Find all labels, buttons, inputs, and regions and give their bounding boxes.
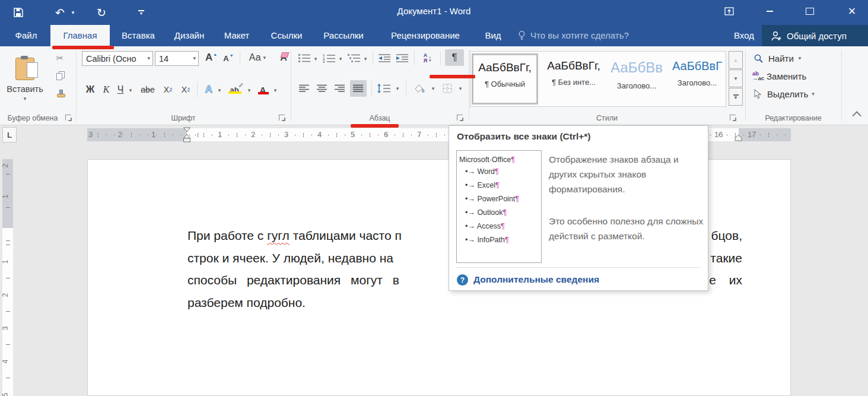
- ribbon-display-options-button[interactable]: [716, 2, 742, 20]
- highlight-dropdown[interactable]: ▾: [246, 85, 253, 95]
- collapse-ribbon-button[interactable]: [851, 108, 864, 121]
- clear-formatting-button[interactable]: А: [275, 50, 292, 65]
- align-left-button[interactable]: [297, 81, 312, 96]
- share-button[interactable]: Общий доступ: [762, 25, 868, 46]
- underline-button[interactable]: Ч: [114, 82, 127, 97]
- numbered-list-button[interactable]: 123: [322, 51, 337, 65]
- right-indent-marker[interactable]: [735, 135, 742, 141]
- font-dialog-launcher-icon[interactable]: [279, 115, 285, 121]
- paste-page-icon: [27, 62, 38, 78]
- save-button[interactable]: [9, 4, 27, 21]
- tab-mailings[interactable]: Рассылки: [316, 25, 371, 46]
- window-title: Документ1 - Word: [398, 6, 471, 16]
- tab-home[interactable]: Главная: [50, 25, 110, 46]
- select-button[interactable]: Выделить ▾: [753, 87, 815, 101]
- line-spacing-button[interactable]: [375, 81, 393, 96]
- bold-button[interactable]: Ж: [83, 82, 97, 97]
- text-effects-dropdown[interactable]: ▾: [216, 85, 223, 95]
- multilevel-list-button[interactable]: [346, 51, 362, 65]
- grow-font-button[interactable]: А▲: [204, 50, 219, 65]
- style-card-heading2[interactable]: АаБбВвГ Заголово...: [669, 53, 726, 104]
- font-size-combobox[interactable]: 14 ▾: [155, 51, 199, 66]
- undo-dropdown[interactable]: ▾: [69, 4, 77, 21]
- borders-button[interactable]: [439, 81, 456, 96]
- bullet-list-button[interactable]: [297, 51, 312, 65]
- paste-button[interactable]: Вставить ▾: [5, 50, 45, 109]
- find-button[interactable]: Найти ▾: [753, 51, 801, 65]
- line-spacing-dropdown[interactable]: ▾: [394, 84, 401, 93]
- style-card-heading1[interactable]: АаБбВв Заголово...: [607, 53, 666, 104]
- styles-gallery: АаБбВвГг, ¶ Обычный АаБбВвГг, ¶ Без инте…: [470, 51, 726, 107]
- maximize-button[interactable]: [797, 2, 823, 20]
- subscript-letter: X: [164, 85, 169, 94]
- clipboard-dialog-launcher-icon[interactable]: [65, 115, 71, 121]
- tooltip-more-link[interactable]: Дополнительные сведения: [473, 274, 599, 285]
- eraser-icon: [280, 52, 289, 58]
- styles-scroll-down-button[interactable]: ▼: [729, 69, 743, 87]
- minimize-button[interactable]: [756, 2, 783, 20]
- decrease-indent-button[interactable]: [376, 51, 393, 65]
- help-icon: ?: [457, 274, 468, 286]
- tell-me-search[interactable]: Что вы хотите сделать?: [517, 25, 629, 46]
- numbered-list-dropdown[interactable]: ▾: [337, 55, 344, 63]
- styles-dialog-launcher-icon[interactable]: [730, 115, 736, 121]
- subscript-button[interactable]: X2: [160, 82, 176, 97]
- borders-dropdown[interactable]: ▾: [457, 84, 464, 93]
- vertical-ruler: 2 1 1 2 3 4 5: [2, 159, 13, 396]
- styles-scroll-up-button[interactable]: ▲: [729, 51, 743, 69]
- superscript-button[interactable]: X2: [178, 82, 193, 97]
- tab-file[interactable]: Файл: [9, 25, 43, 46]
- replace-button[interactable]: ab →ac Заменить: [752, 69, 806, 83]
- preview-item: •→ PowerPoint¶: [465, 193, 541, 205]
- format-painter-button[interactable]: [53, 87, 69, 101]
- font-name-combobox[interactable]: Calibri (Осно ▾: [82, 51, 153, 66]
- indent-markers[interactable]: [183, 127, 191, 144]
- style-card-no-spacing[interactable]: АаБбВвГг, ¶ Без инте...: [543, 53, 605, 104]
- shrink-font-button[interactable]: А▼: [221, 51, 236, 65]
- highlight-button[interactable]: ab: [225, 82, 243, 97]
- justify-button[interactable]: [350, 80, 367, 97]
- italic-button[interactable]: К: [100, 82, 113, 97]
- tab-insert[interactable]: Вставка: [116, 25, 160, 46]
- copy-button[interactable]: [53, 69, 69, 83]
- multilevel-list-dropdown[interactable]: ▾: [362, 55, 369, 63]
- chevron-down-icon: ▾: [129, 88, 132, 93]
- tab-selector[interactable]: L: [2, 127, 17, 142]
- minimize-icon: [767, 11, 773, 12]
- doc-text: При работе с: [187, 229, 267, 242]
- paragraph-dialog-launcher-icon[interactable]: [457, 115, 463, 121]
- sign-in-button[interactable]: Вход: [727, 25, 761, 46]
- show-formatting-marks-button[interactable]: ¶: [445, 49, 464, 66]
- triangle-up-icon: ▲: [733, 58, 738, 63]
- arrow-down-icon: ↓: [428, 53, 432, 63]
- close-button[interactable]: ×: [839, 2, 865, 20]
- align-right-button[interactable]: [332, 81, 348, 96]
- styles-more-button[interactable]: ▼: [729, 88, 743, 106]
- ribbon-tab-row: Файл Главная Вставка Дизайн Макет Ссылки…: [0, 25, 868, 46]
- undo-button[interactable]: ↶: [52, 4, 68, 21]
- tab-design[interactable]: Дизайн: [168, 25, 210, 46]
- shading-dropdown[interactable]: ▾: [430, 84, 437, 93]
- cut-button[interactable]: ✂: [52, 51, 68, 65]
- font-color-button[interactable]: А: [255, 82, 271, 97]
- title-bar: ↶ ▾ ↻ ▾ Документ1 - Word ×: [0, 0, 868, 25]
- text-effects-button[interactable]: А: [202, 82, 216, 97]
- redo-button[interactable]: ↻: [94, 4, 109, 21]
- customize-qat-button[interactable]: ▾: [135, 4, 147, 21]
- sort-button[interactable]: АЯ ↓: [418, 50, 438, 66]
- strikethrough-button[interactable]: abe: [138, 82, 158, 97]
- divider: [373, 51, 373, 65]
- increase-indent-button[interactable]: [394, 51, 411, 65]
- svg-text:3: 3: [323, 60, 325, 63]
- align-center-button[interactable]: [314, 81, 330, 96]
- tab-references[interactable]: Ссылки: [266, 25, 307, 46]
- style-card-normal[interactable]: АаБбВвГг, ¶ Обычный: [472, 53, 538, 104]
- change-case-button[interactable]: Аа▾: [244, 50, 271, 65]
- underline-dropdown[interactable]: ▾: [127, 85, 134, 95]
- bullet-list-dropdown[interactable]: ▾: [312, 55, 319, 63]
- tab-view[interactable]: Вид: [479, 25, 507, 46]
- shading-button[interactable]: [411, 81, 428, 96]
- tab-review[interactable]: Рецензирование: [379, 25, 472, 46]
- font-color-dropdown[interactable]: ▾: [272, 85, 279, 95]
- tab-layout[interactable]: Макет: [217, 25, 256, 46]
